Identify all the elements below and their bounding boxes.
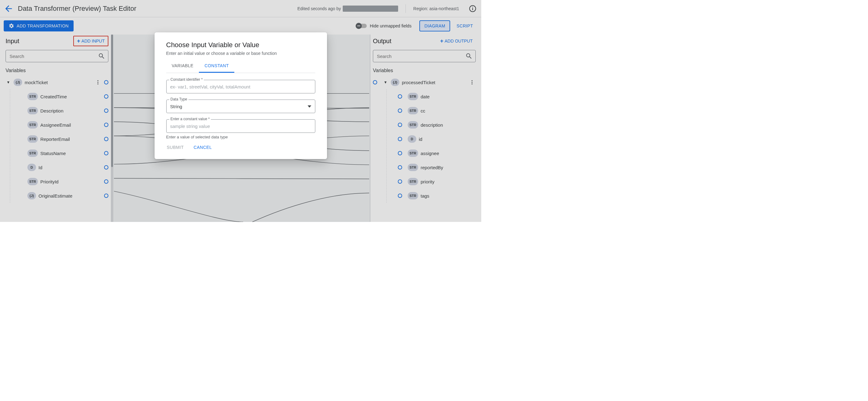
input-port[interactable] — [398, 123, 402, 127]
chevron-down-icon[interactable]: ▼ — [5, 80, 11, 84]
constant-value-input[interactable] — [166, 119, 315, 133]
output-field-row[interactable]: STRcc — [398, 104, 476, 118]
type-badge: STR — [27, 135, 38, 143]
input-field-row[interactable]: DId — [27, 160, 108, 174]
input-scrollbar[interactable] — [111, 34, 113, 222]
type-badge: STR — [27, 178, 38, 185]
field-label: OriginalEstimate — [38, 193, 102, 199]
input-field-row[interactable]: STRDescription — [27, 104, 108, 118]
svg-rect-1 — [472, 8, 473, 10]
field-label: priority — [421, 179, 476, 184]
output-port[interactable] — [104, 137, 108, 141]
tab-variable[interactable]: VARIABLE — [166, 60, 199, 73]
output-root-row[interactable]: ▼ {J} processedTicket — [373, 75, 476, 89]
svg-point-6 — [472, 80, 473, 81]
field-label: id — [419, 137, 476, 142]
input-field-row[interactable]: STRCreatedTime — [27, 89, 108, 104]
submit-button[interactable]: SUBMIT — [166, 143, 184, 152]
type-badge: STR — [408, 164, 418, 171]
svg-point-8 — [472, 84, 473, 84]
info-icon — [469, 5, 476, 12]
field-label: ReporterEmail — [40, 137, 102, 142]
output-field-row[interactable]: STRpriority — [398, 174, 476, 189]
hide-unmapped-label: Hide unmapped fields — [370, 23, 411, 28]
page-title: Data Transformer (Preview) Task Editor — [18, 5, 136, 12]
type-badge: STR — [408, 192, 418, 199]
input-field-row[interactable]: STRReporterEmail — [27, 132, 108, 146]
field-label: PriorityId — [40, 179, 102, 184]
input-tree: ▼ {J} mockTicket STRCreatedTimeSTRDescri… — [5, 75, 108, 203]
type-badge: {J} — [27, 192, 36, 199]
more-vert-icon — [95, 80, 101, 85]
input-field-row[interactable]: {J}OriginalEstimate — [27, 189, 108, 203]
add-output-button[interactable]: + ADD OUTPUT — [437, 36, 476, 46]
output-port[interactable] — [104, 179, 108, 184]
input-root-row[interactable]: ▼ {J} mockTicket — [5, 75, 108, 89]
toolbar: ADD TRANSFORMATION Hide unmapped fields … — [0, 17, 481, 34]
switch-icon — [355, 23, 367, 29]
type-badge: STR — [408, 107, 418, 114]
output-variables-label: Variables — [373, 68, 476, 74]
plus-icon: + — [440, 38, 443, 44]
constant-value-field: Enter a constant value * — [166, 119, 315, 133]
type-badge: STR — [27, 93, 38, 100]
add-transformation-button[interactable]: ADD TRANSFORMATION — [4, 20, 73, 31]
output-port[interactable] — [104, 123, 108, 127]
dialog-title: Choose Input Variable or Value — [166, 41, 315, 49]
dialog-subtitle: Enter an initial value or choose a varia… — [166, 51, 315, 56]
input-search-field[interactable] — [5, 50, 108, 62]
more-button[interactable] — [468, 79, 476, 86]
type-badge: STR — [27, 121, 38, 128]
output-panel: Output + ADD OUTPUT Variables ▼ {J} proc… — [370, 34, 481, 222]
constant-identifier-field: Constant identifier * — [166, 80, 315, 93]
output-field-row[interactable]: STRassignee — [398, 146, 476, 160]
output-port[interactable] — [104, 80, 108, 84]
gear-icon — [9, 23, 14, 29]
hide-unmapped-toggle[interactable]: Hide unmapped fields — [355, 23, 411, 29]
input-variable-dialog: Choose Input Variable or Value Enter an … — [155, 32, 327, 159]
input-port[interactable] — [398, 109, 402, 113]
input-port[interactable] — [373, 80, 377, 84]
tab-constant[interactable]: CONSTANT — [199, 60, 234, 73]
input-port[interactable] — [398, 194, 402, 198]
input-port[interactable] — [398, 151, 402, 155]
view-mode-group: DIAGRAM SCRIPT — [420, 20, 477, 31]
input-field-row[interactable]: STRStatusName — [27, 146, 108, 160]
output-field-row[interactable]: STRtags — [398, 189, 476, 203]
cancel-button[interactable]: CANCEL — [193, 143, 213, 152]
output-root-label: processedTicket — [402, 80, 466, 85]
add-input-button[interactable]: + ADD INPUT — [73, 36, 108, 46]
search-icon — [465, 52, 473, 60]
output-field-row[interactable]: STRdate — [398, 89, 476, 104]
input-field-row[interactable]: STRAssigneeEmail — [27, 118, 108, 132]
input-port[interactable] — [398, 137, 402, 141]
output-field-row[interactable]: STRdescription — [398, 118, 476, 132]
type-badge: STR — [408, 93, 418, 100]
view-diagram-button[interactable]: DIAGRAM — [420, 20, 450, 31]
output-field-row[interactable]: Did — [398, 132, 476, 146]
output-port[interactable] — [104, 151, 108, 155]
output-port[interactable] — [104, 94, 108, 98]
input-port[interactable] — [398, 179, 402, 184]
chevron-down-icon[interactable]: ▼ — [383, 80, 388, 84]
more-button[interactable] — [94, 79, 102, 86]
field-label: StatusName — [40, 151, 102, 156]
output-port[interactable] — [104, 165, 108, 170]
output-search-field[interactable] — [373, 50, 476, 62]
data-type-select[interactable]: String — [166, 99, 315, 113]
arrow-left-icon — [4, 4, 13, 13]
info-button[interactable] — [468, 4, 477, 13]
constant-identifier-input[interactable] — [166, 80, 315, 93]
input-port[interactable] — [398, 94, 402, 98]
svg-rect-2 — [472, 7, 473, 7]
output-port[interactable] — [104, 194, 108, 198]
input-field-row[interactable]: STRPriorityId — [27, 174, 108, 189]
type-badge: STR — [408, 178, 418, 185]
helper-text: Enter a value of selected data type — [166, 135, 315, 139]
output-field-row[interactable]: STRreportedBy — [398, 160, 476, 174]
input-port[interactable] — [398, 165, 402, 170]
svg-point-3 — [98, 80, 98, 81]
output-port[interactable] — [104, 109, 108, 113]
back-button[interactable] — [4, 4, 13, 13]
view-script-button[interactable]: SCRIPT — [452, 20, 477, 31]
